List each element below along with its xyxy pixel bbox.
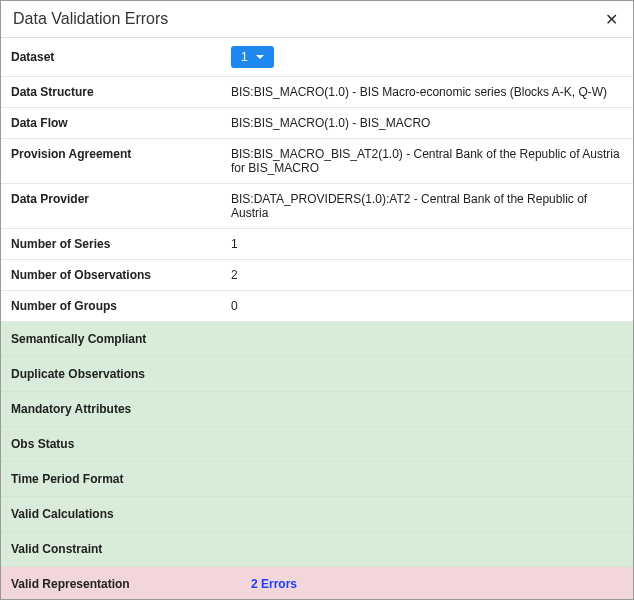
validation-row-valid-calculations[interactable]: Valid Calculations bbox=[1, 497, 633, 532]
info-value-number-of-observations: 2 bbox=[231, 268, 623, 282]
info-row-number-of-observations: Number of Observations 2 bbox=[1, 260, 633, 291]
validation-row-semantically-compliant[interactable]: Semantically Compliant bbox=[1, 322, 633, 357]
info-row-data-flow: Data Flow BIS:BIS_MACRO(1.0) - BIS_MACRO bbox=[1, 108, 633, 139]
validation-row-mandatory-attributes[interactable]: Mandatory Attributes bbox=[1, 392, 633, 427]
info-row-provision-agreement: Provision Agreement BIS:BIS_MACRO_BIS_AT… bbox=[1, 139, 633, 184]
info-value-data-flow: BIS:BIS_MACRO(1.0) - BIS_MACRO bbox=[231, 116, 623, 130]
chevron-down-icon bbox=[256, 55, 264, 59]
validation-section: Semantically Compliant Duplicate Observa… bbox=[1, 322, 633, 600]
validation-label: Mandatory Attributes bbox=[11, 402, 251, 416]
info-value-number-of-groups: 0 bbox=[231, 299, 623, 313]
info-label-number-of-series: Number of Series bbox=[11, 237, 231, 251]
validation-label: Valid Representation bbox=[11, 577, 251, 591]
validation-row-obs-status[interactable]: Obs Status bbox=[1, 427, 633, 462]
validation-errors-dialog: Data Validation Errors ✕ Dataset 1 Data … bbox=[0, 0, 634, 600]
info-section: Dataset 1 Data Structure BIS:BIS_MACRO(1… bbox=[1, 38, 633, 322]
close-button[interactable]: ✕ bbox=[601, 9, 621, 29]
info-row-number-of-series: Number of Series 1 bbox=[1, 229, 633, 260]
info-label-number-of-observations: Number of Observations bbox=[11, 268, 231, 282]
info-value-provision-agreement: BIS:BIS_MACRO_BIS_AT2(1.0) - Central Ban… bbox=[231, 147, 623, 175]
validation-label: Valid Constraint bbox=[11, 542, 251, 556]
info-row-number-of-groups: Number of Groups 0 bbox=[1, 291, 633, 322]
info-value-data-provider: BIS:DATA_PROVIDERS(1.0):AT2 - Central Ba… bbox=[231, 192, 623, 220]
validation-row-time-period-format[interactable]: Time Period Format bbox=[1, 462, 633, 497]
info-label-number-of-groups: Number of Groups bbox=[11, 299, 231, 313]
dataset-select[interactable]: 1 bbox=[231, 46, 274, 68]
dataset-selected-value: 1 bbox=[241, 50, 248, 64]
info-label-data-flow: Data Flow bbox=[11, 116, 231, 130]
info-row-dataset: Dataset 1 bbox=[1, 38, 633, 77]
validation-row-valid-constraint[interactable]: Valid Constraint bbox=[1, 532, 633, 567]
validation-row-duplicate-observations[interactable]: Duplicate Observations bbox=[1, 357, 633, 392]
info-value-number-of-series: 1 bbox=[231, 237, 623, 251]
info-label-data-provider: Data Provider bbox=[11, 192, 231, 206]
info-value-data-structure: BIS:BIS_MACRO(1.0) - BIS Macro-economic … bbox=[231, 85, 623, 99]
info-row-data-structure: Data Structure BIS:BIS_MACRO(1.0) - BIS … bbox=[1, 77, 633, 108]
validation-label: Obs Status bbox=[11, 437, 251, 451]
info-label-data-structure: Data Structure bbox=[11, 85, 231, 99]
validation-label: Semantically Compliant bbox=[11, 332, 251, 346]
validation-value-errors[interactable]: 2 Errors bbox=[251, 577, 623, 591]
info-label-dataset: Dataset bbox=[11, 50, 231, 64]
info-label-provision-agreement: Provision Agreement bbox=[11, 147, 231, 161]
validation-label: Time Period Format bbox=[11, 472, 251, 486]
dialog-title: Data Validation Errors bbox=[13, 10, 168, 28]
close-icon: ✕ bbox=[605, 10, 618, 29]
validation-label: Duplicate Observations bbox=[11, 367, 251, 381]
dialog-header: Data Validation Errors ✕ bbox=[1, 1, 633, 38]
info-row-data-provider: Data Provider BIS:DATA_PROVIDERS(1.0):AT… bbox=[1, 184, 633, 229]
validation-row-valid-representation[interactable]: Valid Representation 2 Errors bbox=[1, 567, 633, 600]
info-value-dataset: 1 bbox=[231, 46, 623, 68]
validation-label: Valid Calculations bbox=[11, 507, 251, 521]
